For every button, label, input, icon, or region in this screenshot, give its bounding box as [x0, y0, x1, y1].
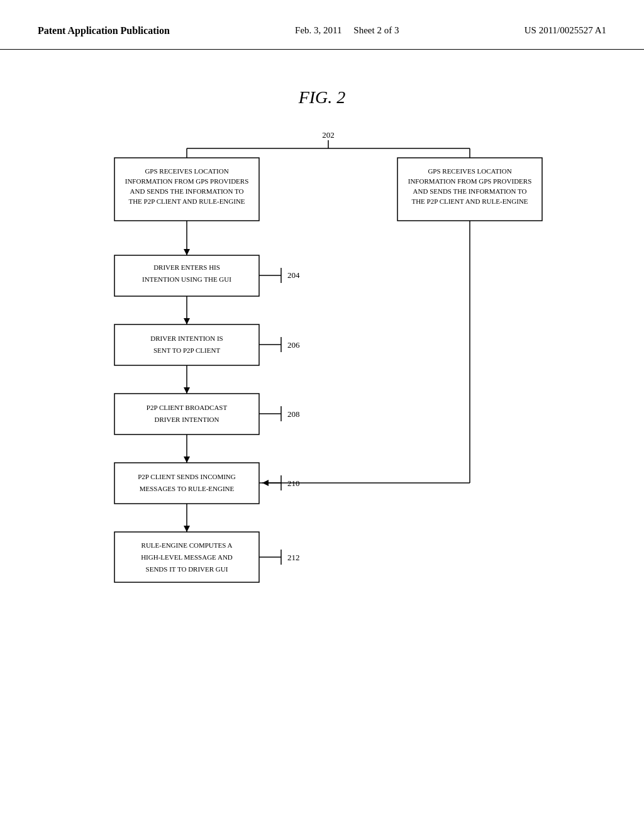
box-right-top-text: GPS RECEIVES LOCATION: [428, 167, 511, 175]
diagram-svg: 202 GPS RECEIVES LOCATION INFORMATION FR…: [96, 126, 548, 642]
label-204: 204: [287, 270, 300, 280]
label-212: 212: [287, 553, 300, 562]
svg-text:P2P CLIENT BROADCAST: P2P CLIENT BROADCAST: [147, 404, 228, 411]
svg-marker-17: [184, 318, 190, 324]
svg-text:THE P2P CLIENT AND RULE-ENGINE: THE P2P CLIENT AND RULE-ENGINE: [411, 197, 528, 205]
publication-title: Patent Application Publication: [38, 25, 170, 36]
box-208: [114, 394, 259, 434]
svg-marker-23: [184, 387, 190, 394]
svg-text:P2P CLIENT SENDS INCOMING: P2P CLIENT SENDS INCOMING: [138, 473, 236, 480]
svg-text:HIGH-LEVEL MESSAGE AND: HIGH-LEVEL MESSAGE AND: [141, 553, 233, 561]
diagram-container: 202 GPS RECEIVES LOCATION INFORMATION FR…: [96, 126, 548, 642]
svg-marker-43: [262, 480, 269, 486]
label-202: 202: [322, 130, 335, 140]
figure-label: FIG. 2: [0, 87, 644, 108]
patent-number: US 2011/0025527 A1: [525, 25, 606, 36]
svg-text:THE P2P CLIENT AND RULE-ENGINE: THE P2P CLIENT AND RULE-ENGINE: [128, 197, 245, 205]
publication-date: Feb. 3, 2011: [295, 25, 341, 35]
svg-text:INFORMATION FROM GPS PROVIDERS: INFORMATION FROM GPS PROVIDERS: [125, 177, 249, 185]
svg-text:DRIVER INTENTION IS: DRIVER INTENTION IS: [150, 335, 223, 342]
header-center: Feb. 3, 2011 Sheet 2 of 3: [295, 25, 399, 36]
svg-text:AND SENDS THE INFORMATION TO: AND SENDS THE INFORMATION TO: [413, 187, 527, 195]
svg-text:INFORMATION FROM GPS PROVIDERS: INFORMATION FROM GPS PROVIDERS: [408, 177, 532, 185]
svg-text:DRIVER INTENTION: DRIVER INTENTION: [155, 416, 219, 423]
header: Patent Application Publication Feb. 3, 2…: [0, 0, 644, 50]
svg-marker-11: [184, 249, 190, 255]
svg-text:RULE-ENGINE COMPUTES A: RULE-ENGINE COMPUTES A: [142, 541, 233, 549]
box-206: [114, 324, 259, 365]
box-210: [114, 463, 259, 504]
svg-text:AND SENDS THE INFORMATION TO: AND SENDS THE INFORMATION TO: [130, 187, 244, 195]
svg-text:MESSAGES TO RULE-ENGINE: MESSAGES TO RULE-ENGINE: [140, 485, 235, 492]
label-208: 208: [287, 409, 300, 419]
sheet-info: Sheet 2 of 3: [353, 25, 399, 35]
label-206: 206: [287, 340, 300, 350]
svg-text:DRIVER ENTERS HIS: DRIVER ENTERS HIS: [153, 263, 220, 271]
svg-text:INTENTION USING THE GUI: INTENTION USING THE GUI: [142, 275, 231, 283]
box-left-top-text: GPS RECEIVES LOCATION: [145, 167, 228, 175]
svg-marker-35: [184, 526, 190, 532]
svg-marker-29: [184, 456, 190, 463]
page: Patent Application Publication Feb. 3, 2…: [0, 0, 644, 830]
svg-text:SENT TO P2P CLIENT: SENT TO P2P CLIENT: [153, 346, 221, 354]
svg-text:SENDS IT TO DRIVER GUI: SENDS IT TO DRIVER GUI: [146, 565, 228, 573]
